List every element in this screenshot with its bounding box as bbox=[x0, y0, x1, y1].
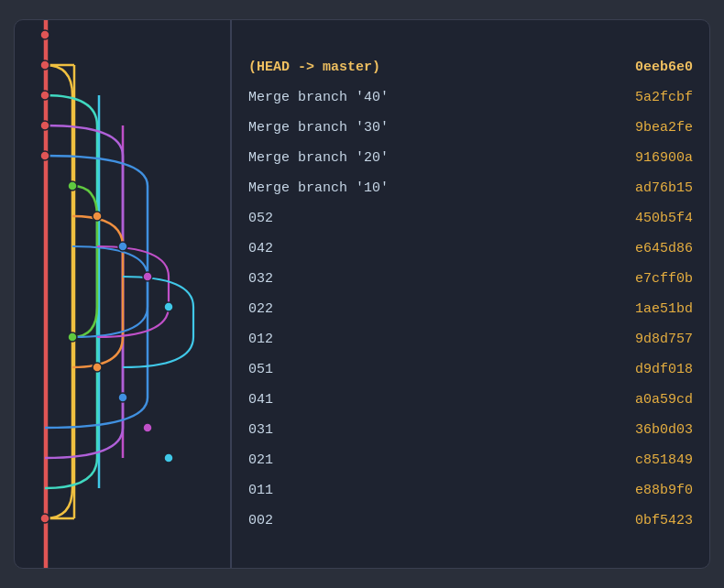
svg-point-13 bbox=[143, 272, 152, 281]
commit-hash: ad76b15 bbox=[620, 173, 693, 203]
commit-message: 052 bbox=[248, 203, 620, 234]
graph-panel bbox=[15, 20, 230, 568]
commit-hash: 916900a bbox=[620, 143, 693, 173]
commit-message: Merge branch '40' bbox=[248, 82, 620, 113]
commit-message: 022 bbox=[248, 294, 620, 324]
log-row: 0129d8d757 bbox=[248, 324, 693, 354]
svg-point-19 bbox=[164, 453, 173, 463]
log-row: 03136b0d03 bbox=[248, 415, 693, 445]
svg-point-8 bbox=[40, 121, 49, 130]
commit-hash: e7cff0b bbox=[620, 264, 693, 294]
svg-point-15 bbox=[68, 332, 77, 342]
commit-message: (HEAD -> master) bbox=[248, 52, 620, 82]
commit-message: 032 bbox=[248, 264, 620, 294]
commit-message: 012 bbox=[248, 324, 620, 354]
log-row: Merge branch '10'ad76b15 bbox=[248, 173, 693, 203]
svg-point-10 bbox=[68, 181, 77, 191]
log-row: (HEAD -> master)0eeb6e0 bbox=[248, 52, 693, 82]
log-row: 0221ae51bd bbox=[248, 294, 693, 324]
log-row: 042e645d86 bbox=[248, 234, 693, 264]
svg-point-11 bbox=[93, 212, 102, 221]
commit-message: Merge branch '10' bbox=[248, 173, 620, 203]
commit-message: Merge branch '30' bbox=[248, 113, 620, 143]
commit-message: 002 bbox=[248, 506, 620, 536]
commit-message: 031 bbox=[248, 415, 620, 445]
commit-hash: a0a59cd bbox=[620, 385, 693, 415]
commit-message: 021 bbox=[248, 445, 620, 475]
log-row: 011e88b9f0 bbox=[248, 475, 693, 506]
log-row: 032e7cff0b bbox=[248, 264, 693, 294]
log-row: Merge branch '30'9bea2fe bbox=[248, 113, 693, 143]
svg-point-7 bbox=[40, 91, 49, 100]
commit-hash: 9bea2fe bbox=[620, 113, 693, 143]
terminal-window: (HEAD -> master)0eeb6e0Merge branch '40'… bbox=[14, 19, 710, 569]
log-row: 041a0a59cd bbox=[248, 385, 693, 415]
svg-point-12 bbox=[118, 242, 127, 251]
commit-message: 041 bbox=[248, 385, 620, 415]
log-row: 021c851849 bbox=[248, 445, 693, 475]
commit-hash: 5a2fcbf bbox=[620, 82, 693, 113]
commit-hash: 9d8d757 bbox=[620, 324, 693, 354]
commit-hash: e88b9f0 bbox=[620, 475, 693, 506]
log-row: Merge branch '40'5a2fcbf bbox=[248, 82, 693, 113]
svg-point-6 bbox=[40, 60, 49, 70]
commit-message: 042 bbox=[248, 234, 620, 264]
svg-point-5 bbox=[40, 30, 49, 39]
commit-hash: 1ae51bd bbox=[620, 294, 693, 324]
commit-message: 011 bbox=[248, 475, 620, 506]
commit-hash: 0eeb6e0 bbox=[620, 52, 693, 82]
commit-message: 051 bbox=[248, 354, 620, 385]
commit-hash: c851849 bbox=[620, 445, 693, 475]
commit-hash: 450b5f4 bbox=[620, 203, 693, 234]
commit-message: Merge branch '20' bbox=[248, 143, 620, 173]
log-row: 052450b5f4 bbox=[248, 203, 693, 234]
log-row: Merge branch '20'916900a bbox=[248, 143, 693, 173]
svg-point-18 bbox=[143, 423, 152, 432]
commit-hash: e645d86 bbox=[620, 234, 693, 264]
svg-point-14 bbox=[164, 302, 173, 311]
commit-hash: 0bf5423 bbox=[620, 506, 693, 536]
svg-point-20 bbox=[40, 514, 49, 523]
svg-point-17 bbox=[118, 393, 127, 402]
log-panel: (HEAD -> master)0eeb6e0Merge branch '40'… bbox=[232, 20, 709, 568]
log-row: 0020bf5423 bbox=[248, 506, 693, 536]
commit-hash: d9df018 bbox=[620, 354, 693, 385]
commit-hash: 36b0d03 bbox=[620, 415, 693, 445]
svg-point-9 bbox=[40, 151, 49, 160]
log-row: 051d9df018 bbox=[248, 354, 693, 385]
svg-point-16 bbox=[93, 363, 102, 372]
